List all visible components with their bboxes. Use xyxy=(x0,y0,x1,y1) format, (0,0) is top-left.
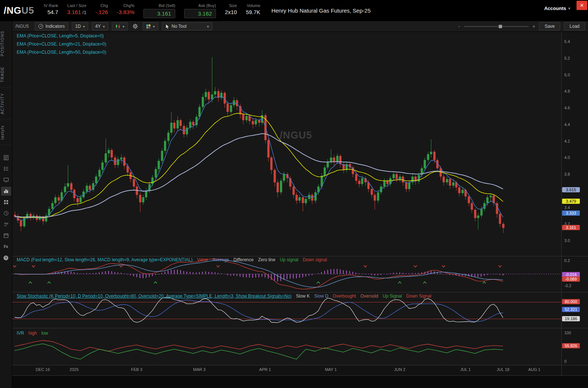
chart-settings-gear-icon[interactable] xyxy=(132,23,138,29)
chevron-down-icon: ▾ xyxy=(568,6,570,10)
sidebar-tab-activity[interactable]: ACTIVITY xyxy=(0,88,12,120)
chevron-down-icon: ▾ xyxy=(123,24,124,29)
chevron-down-icon: ▾ xyxy=(83,24,85,29)
help-icon[interactable]: ? xyxy=(1,253,11,262)
sidebar-tab-trade[interactable]: TRADE xyxy=(0,62,12,88)
sidebar-modules: Fx ? xyxy=(0,153,12,262)
macd-legend-difference: Difference xyxy=(233,257,253,262)
contacts-icon[interactable] xyxy=(1,220,11,229)
calendar-icon[interactable] xyxy=(1,231,11,240)
range-dropdown[interactable]: 4Y ▾ xyxy=(92,22,108,30)
watchlist-icon[interactable] xyxy=(1,165,11,173)
chevron-down-icon: ▾ xyxy=(207,24,209,29)
macd-legend: MACD (Fast length=12, Slow length=26, MA… xyxy=(17,257,327,262)
quote-header: /NGU5 IV Rank 54.7 Last / Size 3.161 /1 … xyxy=(0,0,588,21)
fx-icon[interactable]: Fx xyxy=(1,242,11,251)
left-sidebar: POSITIONS TRADE ACTIVITY tastyfx Fx ? xyxy=(0,21,12,388)
ask-field: Ask (Buy) 3.162 xyxy=(184,3,216,18)
indicators-icon xyxy=(38,24,43,29)
symbol-root: /NG xyxy=(4,5,21,16)
stoch-legend-slow-d: Slow D xyxy=(314,294,328,299)
accounts-menu[interactable]: Accounts ▾ xyxy=(544,6,570,11)
stochastic-legend: Slow Stochastic (K Period=10, D Period=1… xyxy=(17,294,431,299)
close-icon: ✕ xyxy=(580,3,584,8)
stoch-legend-slow-k: Slow K xyxy=(296,294,310,299)
ivr-legend-low: low xyxy=(41,331,48,336)
iv-rank-field: IV Rank 54.7 xyxy=(44,3,58,15)
study-labels: EMA (Price=CLOSE, Length=5, Displace=0) … xyxy=(17,33,106,58)
size-field: Size 2x10 xyxy=(225,3,237,15)
bid-field: Bid (Sell) 3.161 xyxy=(143,3,175,18)
chg-field: Chg -.126 xyxy=(95,3,108,15)
zoom-slider-handle[interactable] xyxy=(499,25,502,28)
last-size-field: Last / Size 3.161 /1 xyxy=(67,3,86,15)
bid-sell-button[interactable]: 3.161 xyxy=(143,9,175,18)
symbol-month: U5 xyxy=(21,5,34,16)
macd-legend-value: Value xyxy=(197,257,208,262)
timeframe-dropdown[interactable]: 1D ▾ xyxy=(72,22,88,30)
close-window-button[interactable]: ✕ xyxy=(577,1,587,10)
load-button[interactable]: Load xyxy=(564,22,585,30)
cursor-icon xyxy=(165,24,169,29)
study-label-ema50[interactable]: EMA (Price=CLOSE, Length=50, Displace=0) xyxy=(17,50,106,58)
save-button[interactable]: Save xyxy=(539,22,560,30)
chart-style-icon xyxy=(146,24,151,29)
stoch-legend-up-signal: Up Signal xyxy=(383,294,402,299)
stoch-legend-oversold: Oversold xyxy=(361,294,378,299)
tastytrade-app: /NGU5 IV Rank 54.7 Last / Size 3.161 /1 … xyxy=(0,0,588,388)
stoch-legend-overbought: Overbought xyxy=(333,294,356,299)
ivr-study-label[interactable]: IVR xyxy=(17,331,24,336)
notes-icon[interactable] xyxy=(1,153,11,162)
ask-buy-button[interactable]: 3.162 xyxy=(184,9,216,18)
ivr-legend-high: high xyxy=(29,331,37,336)
chevron-down-icon: ▾ xyxy=(103,24,105,29)
candlestick-icon xyxy=(115,24,120,29)
macd-legend-down-signal: Down signal xyxy=(303,257,327,262)
zoom-out-button[interactable]: - xyxy=(458,23,460,29)
toolbar-symbol: /NGU5 xyxy=(15,24,29,29)
stoch-legend-down-signal: Down Signal xyxy=(406,294,431,299)
macd-study-label[interactable]: MACD (Fast length=12, Slow length=26, MA… xyxy=(17,257,193,262)
chevron-down-icon: ▾ xyxy=(153,24,155,29)
sidebar-tab-positions[interactable]: POSITIONS xyxy=(0,26,12,62)
chart-icon[interactable] xyxy=(1,187,11,196)
symbol-title: /NGU5 xyxy=(4,5,34,16)
zoom-in-button[interactable]: + xyxy=(532,23,535,29)
platform-icon[interactable] xyxy=(1,176,11,185)
price-chart-canvas[interactable] xyxy=(12,32,588,388)
sidebar-tab-tastyfx[interactable]: tastyfx xyxy=(0,120,12,145)
indicators-button[interactable]: Indicators xyxy=(35,22,68,30)
svg-text:?: ? xyxy=(5,256,7,260)
drawing-tool-dropdown[interactable]: No Tool ▾ xyxy=(162,22,212,30)
ivr-legend: IVR high low xyxy=(17,331,48,336)
chg-pct-field: Chg% -3.83% xyxy=(117,3,134,15)
contract-description: Henry Hub Natural Gas Futures, Sep-25 xyxy=(272,7,371,14)
chart-area: EMA (Price=CLOSE, Length=5, Displace=0) … xyxy=(12,32,588,388)
symbol-watermark: /NGU5 xyxy=(280,130,312,141)
zoom-slider[interactable] xyxy=(464,26,529,27)
volume-field: Volume 59.7K xyxy=(246,3,260,15)
macd-legend-up-signal: Up signal xyxy=(280,257,298,262)
macd-legend-average: Average xyxy=(213,257,229,262)
history-icon[interactable] xyxy=(1,209,11,218)
study-label-ema5[interactable]: EMA (Price=CLOSE, Length=5, Displace=0) xyxy=(17,33,106,42)
stochastic-study-label[interactable]: Slow Stochastic (K Period=10, D Period=1… xyxy=(17,294,292,299)
macd-legend-zeroline: Zero line xyxy=(258,257,275,262)
chart-toolbar: /NGU5 Indicators 1D ▾ 4Y ▾ ▾ xyxy=(12,21,588,32)
chart-style-dropdown[interactable]: ▾ xyxy=(143,22,158,30)
study-label-ema21[interactable]: EMA (Price=CLOSE, Length=21, Displace=0) xyxy=(17,42,106,50)
quote-fields: IV Rank 54.7 Last / Size 3.161 /1 Chg -.… xyxy=(44,3,260,18)
chart-type-dropdown[interactable]: ▾ xyxy=(112,22,128,30)
apps-icon[interactable] xyxy=(1,198,11,207)
